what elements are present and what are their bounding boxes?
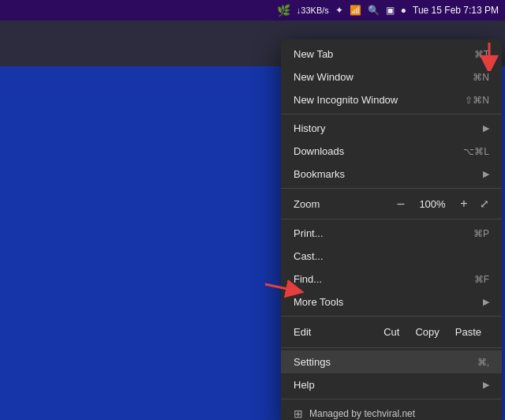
menubar: 🌿 ↓33KB/s ✦ 📶 🔍 ▣ ● Tue 15 Feb 7:13 PM	[0, 0, 505, 21]
menu-item-new-window[interactable]: New Window ⌘N	[281, 66, 502, 88]
menu-item-print[interactable]: Print... ⌘P	[281, 222, 502, 245]
paste-button[interactable]: Paste	[447, 324, 489, 340]
menu-item-downloads[interactable]: Downloads ⌥⌘L	[281, 140, 502, 163]
separator-4	[281, 316, 502, 317]
menu-item-new-tab[interactable]: New Tab ⌘T	[281, 43, 502, 66]
managed-row: ⊞ Managed by techviral.net	[281, 402, 502, 420]
menu-item-find[interactable]: Find... ⌘F	[281, 268, 502, 291]
edit-row: Edit Cut Copy Paste	[281, 319, 502, 345]
separator-1	[281, 114, 502, 114]
managed-icon: ⊞	[294, 407, 303, 420]
menu-item-help[interactable]: Help ▶	[281, 373, 502, 396]
menubar-right: 🌿 ↓33KB/s ✦ 📶 🔍 ▣ ● Tue 15 Feb 7:13 PM	[277, 4, 499, 17]
bluetooth-icon: ✦	[335, 5, 343, 16]
wifi-icon: 📶	[350, 5, 361, 16]
status-icon: ●	[401, 5, 406, 16]
zoom-in-button[interactable]: +	[456, 197, 472, 211]
sidebar-panel	[0, 66, 284, 420]
menu-item-settings[interactable]: Settings ⌘,	[281, 351, 502, 373]
separator-2	[281, 188, 502, 189]
cut-button[interactable]: Cut	[376, 324, 407, 340]
tab-bar	[0, 21, 505, 38]
clock: Tue 15 Feb 7:13 PM	[413, 5, 499, 16]
menu-item-cast[interactable]: Cast...	[281, 245, 502, 268]
copy-button[interactable]: Copy	[407, 324, 447, 340]
dropdown-menu: New Tab ⌘T New Window ⌘N New Incognito W…	[281, 39, 502, 420]
zoom-out-button[interactable]: –	[393, 197, 409, 211]
zoom-value: 100%	[417, 198, 448, 210]
menu-item-history[interactable]: History ▶	[281, 117, 502, 140]
search-icon[interactable]: 🔍	[368, 5, 380, 16]
separator-6	[281, 399, 502, 399]
zoom-fullscreen-button[interactable]: ⤢	[480, 197, 489, 210]
menu-item-new-incognito[interactable]: New Incognito Window ⇧⌘N	[281, 88, 502, 111]
leaf-icon: 🌿	[277, 4, 290, 17]
zoom-row: Zoom – 100% + ⤢	[281, 191, 502, 216]
battery-icon: ▣	[386, 5, 395, 16]
separator-5	[281, 347, 502, 348]
managed-text: Managed by techviral.net	[309, 408, 415, 419]
zoom-controls: – 100% + ⤢	[393, 197, 489, 211]
network-stats: ↓33KB/s	[297, 6, 329, 15]
menu-item-bookmarks[interactable]: Bookmarks ▶	[281, 163, 502, 186]
separator-3	[281, 219, 502, 219]
menu-item-more-tools[interactable]: More Tools ▶	[281, 291, 502, 313]
